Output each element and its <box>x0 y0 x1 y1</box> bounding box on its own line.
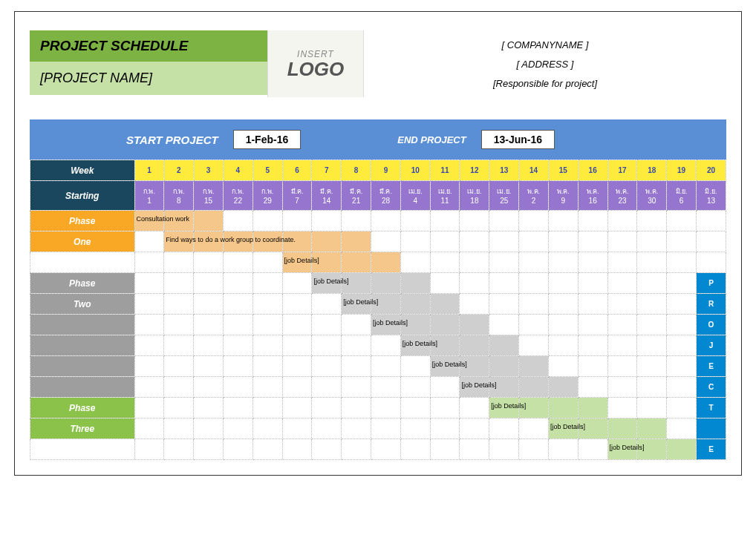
gantt-cell <box>696 232 726 252</box>
gantt-cell: [job Details] <box>460 377 489 398</box>
gantt-cell <box>460 398 489 419</box>
gantt-cell <box>223 377 252 398</box>
gantt-cell <box>578 356 607 377</box>
gantt-cell <box>489 356 519 377</box>
gantt-cell <box>430 419 460 439</box>
gantt-cell <box>371 252 401 273</box>
gantt-cell <box>252 335 282 356</box>
week-num: 3 <box>194 160 224 181</box>
start-label: START PROJECT <box>126 134 218 146</box>
gantt-cell <box>519 294 549 315</box>
logo-text: LOGO <box>287 59 345 79</box>
gantt-cell <box>312 232 342 252</box>
gantt-cell <box>282 211 312 232</box>
gantt-cell: Consultation work <box>134 211 164 232</box>
gantt-cell <box>342 398 371 419</box>
gantt-cell <box>460 335 489 356</box>
phase-label: Three <box>30 419 135 439</box>
week-header: Week <box>30 160 135 181</box>
gantt-cell <box>194 315 224 335</box>
week-num: 17 <box>607 160 637 181</box>
gantt-cell <box>164 294 194 315</box>
gantt-cell <box>134 439 164 460</box>
week-date: เม.ย.4 <box>400 181 430 211</box>
gantt-cell <box>134 273 164 294</box>
gantt-cell <box>282 377 312 398</box>
gantt-cell <box>519 315 549 335</box>
phase-label <box>30 252 135 273</box>
week-date: ก.พ.8 <box>164 181 194 211</box>
gantt-cell <box>489 252 519 273</box>
gantt-cell <box>134 419 164 439</box>
gantt-cell <box>607 232 637 252</box>
task-label: [job Details] <box>343 298 378 306</box>
gantt-cell <box>519 377 549 398</box>
gantt-cell <box>194 398 224 419</box>
gantt-cell <box>519 273 549 294</box>
gantt-cell <box>637 273 667 294</box>
gantt-cell <box>282 439 312 460</box>
gantt-cell <box>637 356 667 377</box>
week-date: พ.ค.16 <box>578 181 607 211</box>
gantt-cell <box>312 439 342 460</box>
week-date: เม.ย.18 <box>460 181 489 211</box>
title-sub: [PROJECT NAME] <box>30 62 267 95</box>
gantt-cell <box>194 252 224 273</box>
week-num: 16 <box>578 160 607 181</box>
project-end-col: C <box>696 377 726 398</box>
gantt-cell <box>164 398 194 419</box>
gantt-cell <box>667 398 697 419</box>
week-num: 2 <box>164 160 194 181</box>
gantt-cell: [job Details] <box>282 252 312 273</box>
gantt-cell <box>430 398 460 419</box>
gantt-cell <box>637 419 667 439</box>
gantt-cell <box>578 439 607 460</box>
week-date: ก.พ.15 <box>194 181 224 211</box>
phase-label <box>30 439 135 460</box>
gantt-cell <box>223 419 252 439</box>
week-num: 4 <box>223 160 252 181</box>
end-label: END PROJECT <box>397 134 466 145</box>
gantt-cell <box>164 377 194 398</box>
phase-label: Phase <box>30 211 135 232</box>
week-num: 11 <box>430 160 460 181</box>
gantt-cell <box>489 439 519 460</box>
gantt-cell <box>548 232 578 252</box>
header: PROJECT SCHEDULE [PROJECT NAME] INSERT L… <box>30 30 726 97</box>
project-end-col <box>696 419 726 439</box>
gantt-cell <box>430 273 460 294</box>
gantt-cell <box>607 315 637 335</box>
gantt-cell <box>252 211 282 232</box>
gantt-cell <box>400 232 430 252</box>
gantt-cell <box>400 356 430 377</box>
project-end-col: E <box>696 356 726 377</box>
gantt-cell <box>134 315 164 335</box>
gantt-cell <box>164 356 194 377</box>
gantt-cell: [job Details] <box>400 335 430 356</box>
gantt-cell <box>371 439 401 460</box>
gantt-cell <box>252 273 282 294</box>
gantt-cell <box>430 439 460 460</box>
starting-header: Starting <box>30 181 135 211</box>
week-date: มี.ค.28 <box>371 181 401 211</box>
gantt-cell <box>164 315 194 335</box>
gantt-cell <box>519 419 549 439</box>
gantt-cell <box>194 211 224 232</box>
gantt-cell <box>460 294 489 315</box>
gantt-cell <box>342 439 371 460</box>
project-end-col: O <box>696 315 726 335</box>
phase-label: Phase <box>30 273 135 294</box>
week-date: เม.ย.11 <box>430 181 460 211</box>
gantt-cell <box>637 252 667 273</box>
gantt-cell <box>578 273 607 294</box>
gantt-cell <box>312 335 342 356</box>
gantt-cell <box>223 273 252 294</box>
week-date: มี.ค.14 <box>312 181 342 211</box>
gantt-cell <box>282 398 312 419</box>
week-num: 10 <box>400 160 430 181</box>
start-date: 1-Feb-16 <box>233 130 302 149</box>
week-date: มิ.ย.13 <box>696 181 726 211</box>
phase-label <box>30 356 135 377</box>
gantt-cell <box>519 439 549 460</box>
gantt-cell <box>312 211 342 232</box>
